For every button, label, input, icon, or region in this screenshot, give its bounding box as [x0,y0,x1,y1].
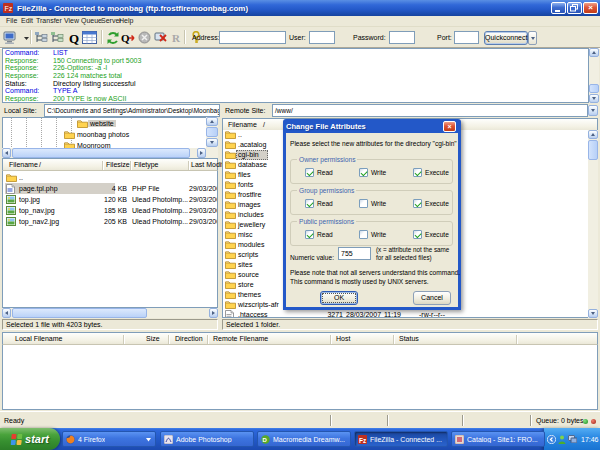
tree-hscrollbar[interactable] [2,148,206,158]
taskbar-task-firefox[interactable]: 4 Firefox [62,431,156,447]
messenger-icon[interactable] [558,435,566,444]
queue-col-local-filename[interactable]: Local Filename [15,333,62,345]
start-button[interactable]: start [0,428,60,450]
read-checkbox[interactable] [305,168,314,177]
read-checkbox[interactable] [305,199,314,208]
file-row-page.tpl.php[interactable]: page.tpl.php4 KBPHP File29/03/200 [3,183,218,194]
file-row-top_nav.jpg[interactable]: top_nav.jpg185 KBUlead PhotoImp...29/03/… [3,205,218,216]
file-row-top_nav2.jpg[interactable]: top_nav2.jpg205 KBUlead PhotoImp...29/03… [3,216,218,227]
log-scrollbar[interactable] [589,48,599,103]
ok-button[interactable]: OK [320,291,358,305]
password-input[interactable] [389,31,415,44]
local-col-filetype[interactable]: Filetype [134,159,159,171]
scroll-down-button[interactable] [588,309,598,318]
address-input[interactable] [219,31,286,44]
cancel-icon[interactable] [137,30,152,45]
numeric-value-input[interactable]: 755 [338,247,371,260]
remote-row-.htaccess[interactable]: .htaccess327128/03/200711:19-rw-r--r-- [223,310,598,318]
menu-edit[interactable]: Edit [21,17,33,24]
scroll-up-button[interactable] [206,117,218,126]
local-col-filesize[interactable]: Filesize [106,159,130,171]
menu-file[interactable]: File [6,17,17,24]
local-col-last-modif[interactable]: Last Modif [191,159,223,171]
local-col-filename[interactable]: Filename [9,159,38,171]
queue-header[interactable]: Local FilenameSizeDirectionRemote Filena… [2,332,598,345]
taskbar-task-filezilla[interactable]: FzFileZilla - Connected ... [354,431,448,447]
toggle-queue-icon[interactable]: Q [66,30,81,45]
execute-label: Execute [425,169,449,176]
scroll-thumb[interactable] [588,140,598,160]
write-checkbox[interactable] [359,230,368,239]
queue-col-direction[interactable]: Direction [175,333,203,345]
taskbar-task-photoshop[interactable]: Adobe Photoshop [160,431,254,447]
scroll-right-button[interactable] [197,148,206,158]
network-icon[interactable] [568,435,577,443]
toggle-remote-view-icon[interactable] [82,30,97,45]
taskbar-task-catalog[interactable]: Catalog - Site1: FRO... [451,431,545,447]
queue-col-size[interactable]: Size [146,333,160,345]
file-row-top.jpg[interactable]: top.jpg120 KBUlead PhotoImp...29/03/200 [3,194,218,205]
execute-checkbox[interactable] [413,230,422,239]
dialog-close-button[interactable]: × [443,121,456,132]
scroll-up-button[interactable] [589,48,599,57]
scroll-thumb[interactable] [206,127,218,137]
group-label: Group permissions [297,187,356,194]
dialog-titlebar[interactable]: Change File Attributes [286,119,458,133]
close-button[interactable]: × [583,2,598,14]
cancel-button[interactable]: Cancel [413,291,451,305]
scroll-left-button[interactable] [2,308,11,318]
refresh-icon[interactable] [105,30,120,45]
port-input[interactable] [454,31,479,44]
menu-help[interactable]: Help [119,17,133,24]
scroll-thumb[interactable] [589,84,599,93]
local-file-list[interactable]: ..page.tpl.php4 KBPHP File29/03/200top.j… [2,171,218,308]
scroll-left-button[interactable] [2,148,11,158]
process-queue-icon[interactable]: Q [121,30,136,45]
scroll-down-button[interactable] [589,94,599,103]
tree-item-Moonroom[interactable]: Moonroom [64,140,112,148]
restore-button[interactable] [567,2,582,14]
menu-transfer[interactable]: Transfer [36,17,62,24]
write-checkbox[interactable] [359,168,368,177]
queue-col-host[interactable]: Host [336,333,350,345]
minimize-button[interactable] [551,2,566,14]
scroll-right-button[interactable] [209,308,218,318]
menu-view[interactable]: View [64,17,79,24]
local-hscrollbar[interactable] [2,308,218,318]
queue-col-status[interactable]: Status [399,333,419,345]
menu-queue[interactable]: Queue [81,17,102,24]
red-led-icon [591,419,596,424]
user-input[interactable] [309,31,335,44]
read-checkbox[interactable] [305,230,314,239]
log-area[interactable]: Command:LISTResponse:150 Connecting to p… [2,48,589,103]
local-tree[interactable]: websitemoonbag photosMoonroom [2,117,218,148]
local-list-header[interactable]: FilenameFilesizeFiletypeLast Modif/ [2,158,218,171]
file-row-..[interactable]: .. [3,172,218,183]
remote-vscrollbar[interactable] [588,130,598,318]
tree-vscrollbar[interactable] [206,117,218,148]
execute-checkbox[interactable] [413,199,422,208]
execute-checkbox[interactable] [413,168,422,177]
reconnect-icon[interactable]: R [169,30,184,45]
taskbar-task-dreamweaver[interactable]: DMacromedia Dreamw... [257,431,351,447]
site-manager-icon[interactable] [3,30,18,45]
write-checkbox[interactable] [359,199,368,208]
hide-icons-chevron-icon[interactable] [547,435,556,444]
disconnect-icon[interactable] [153,30,168,45]
toggle-local-tree-icon[interactable] [34,30,49,45]
remote-site-combo[interactable]: /www/ [272,104,588,117]
site-manager-dropdown-icon[interactable] [19,30,34,45]
tree-item-moonbag-photos[interactable]: moonbag photos [64,129,131,140]
toggle-remote-tree-icon[interactable] [50,30,65,45]
scroll-thumb[interactable] [12,308,147,318]
scroll-down-button[interactable] [206,138,218,147]
scroll-up-button[interactable] [588,130,598,139]
quickconnect-button[interactable]: Quickconnect [484,31,528,45]
quickconnect-dropdown[interactable] [528,31,537,45]
queue-col-remote-filename[interactable]: Remote Filename [213,333,268,345]
queue-body[interactable] [2,345,598,410]
remote-site-dropdown[interactable] [588,105,598,116]
tree-item-website[interactable]: website [77,118,116,129]
scroll-thumb[interactable] [12,148,190,158]
local-site-combo[interactable]: C:\Documents and Settings\Administrator\… [44,104,220,117]
